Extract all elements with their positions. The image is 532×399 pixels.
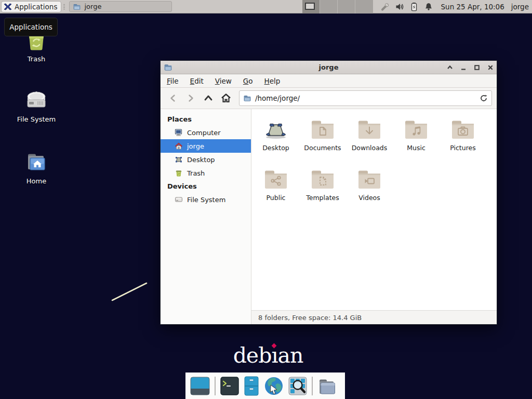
applications-menu-label: Applications	[15, 3, 57, 11]
terminal-launcher[interactable]	[220, 377, 239, 395]
battery-charging-tray-icon[interactable]	[409, 2, 419, 11]
location-bar[interactable]: /home/jorge/	[239, 90, 492, 106]
file-cabinet-launcher[interactable]	[244, 376, 259, 396]
sidebar-item-computer[interactable]: Computer	[161, 126, 251, 139]
workspace-3[interactable]	[338, 0, 355, 14]
desktop-icon-file-system[interactable]: File System	[5, 88, 68, 123]
home-button[interactable]	[218, 90, 234, 106]
applications-menu-button[interactable]: Applications	[1, 1, 61, 12]
applications-tooltip: Applications	[4, 18, 58, 36]
sidebar-item-label: jorge	[187, 142, 204, 150]
menu-file[interactable]: File	[167, 77, 179, 85]
videos-folder-icon	[357, 168, 382, 190]
volume-tray-icon[interactable]	[395, 2, 404, 11]
taskbar-grip[interactable]	[63, 2, 66, 11]
places-header: Places	[161, 113, 251, 126]
folder-label: Desktop	[262, 144, 289, 152]
sidebar-item-label: Trash	[187, 169, 205, 177]
desktop-icon-label: Home	[26, 177, 46, 185]
public-folder-icon	[263, 168, 288, 190]
downloads-folder-icon	[357, 118, 382, 140]
desktop-icon-label: File System	[17, 115, 56, 123]
taskbar-window-label: jorge	[84, 3, 101, 10]
folder-desktop[interactable]: Desktop	[252, 112, 299, 162]
statusbar: 8 folders, Free space: 14.4 GiB	[251, 310, 497, 324]
forward-button[interactable]	[183, 90, 198, 106]
folder-public[interactable]: Public	[252, 162, 299, 212]
sidebar-item-trash[interactable]: Trash	[161, 166, 251, 180]
hard-drive-icon	[24, 88, 48, 112]
notifications-bell-tray-icon[interactable]	[424, 2, 433, 11]
workspace-window-thumb	[305, 3, 315, 10]
close-button[interactable]	[487, 64, 494, 71]
home-icon	[175, 142, 183, 150]
folder-pictures[interactable]: Pictures	[440, 112, 486, 162]
xfce-logo-icon	[4, 3, 12, 11]
shade-button[interactable]	[447, 64, 453, 71]
statusbar-text: 8 folders, Free space: 14.4 GiB	[258, 314, 362, 322]
hard-drive-icon	[175, 195, 183, 204]
desktop-icon-home[interactable]: Home	[5, 150, 68, 185]
folder-label: Documents	[304, 144, 341, 152]
debian-logo-text: deb	[233, 343, 272, 368]
titlebar[interactable]: jorge	[161, 61, 497, 74]
folder-label: Music	[407, 144, 425, 152]
sidebar-item-jorge[interactable]: jorge	[161, 139, 251, 153]
folder-label: Public	[267, 194, 286, 202]
tooltip-label: Applications	[9, 23, 52, 31]
folder-videos[interactable]: Videos	[346, 162, 393, 212]
menu-view[interactable]: View	[215, 77, 232, 85]
trash-icon	[175, 169, 183, 177]
sidebar-item-file-system[interactable]: File System	[161, 193, 251, 206]
folder-templates[interactable]: Templates	[299, 162, 346, 212]
workspace-1[interactable]	[302, 0, 320, 14]
sidebar-item-desktop[interactable]: Desktop	[161, 153, 251, 166]
folder-documents[interactable]: Documents	[299, 112, 346, 162]
app-finder-launcher[interactable]	[288, 377, 307, 395]
folder-music[interactable]: Music	[393, 112, 440, 162]
folder-label: Downloads	[352, 144, 388, 152]
show-desktop-launcher[interactable]	[190, 377, 210, 395]
folder-icon	[73, 3, 81, 11]
path-folder-icon	[243, 94, 251, 102]
menu-edit[interactable]: Edit	[190, 77, 204, 85]
web-browser-launcher[interactable]	[264, 376, 284, 396]
music-folder-icon	[404, 118, 429, 140]
reload-button[interactable]	[480, 94, 488, 102]
dock-separator	[215, 377, 216, 395]
panel-clock[interactable]: Sun 25 Apr, 10:06	[441, 3, 504, 11]
documents-folder-icon	[310, 118, 335, 140]
maximize-button[interactable]	[474, 64, 480, 71]
sidebar-item-label: Computer	[187, 129, 221, 137]
taskbar-window-button[interactable]: jorge	[69, 1, 172, 12]
folder-label: Pictures	[450, 144, 476, 152]
pencil-cursor	[109, 280, 152, 304]
stylus-tray-icon[interactable]	[380, 2, 390, 11]
sidebar: Places Computer jorge Desktop Trash Devi…	[161, 109, 251, 324]
current-path[interactable]: /home/jorge/	[255, 94, 476, 102]
file-icon-view[interactable]: Desktop Documents	[251, 109, 497, 310]
workspace-4[interactable]	[355, 0, 373, 14]
devices-header: Devices	[161, 180, 251, 193]
up-button[interactable]	[201, 90, 216, 106]
folder-label: Templates	[306, 194, 339, 202]
top-panel: Applications jorge	[0, 0, 532, 14]
computer-icon	[175, 128, 183, 137]
back-button[interactable]	[165, 90, 181, 106]
menu-help[interactable]: Help	[264, 77, 281, 85]
folder-downloads[interactable]: Downloads	[346, 112, 393, 162]
dock-separator	[312, 377, 313, 395]
dock	[185, 373, 345, 399]
minimize-button[interactable]	[460, 64, 467, 71]
toolbar: /home/jorge/	[161, 88, 497, 109]
directory-launcher[interactable]	[317, 377, 338, 395]
templates-folder-icon	[310, 168, 335, 190]
workspace-switcher[interactable]	[302, 0, 373, 14]
panel-username[interactable]: jorge	[511, 3, 529, 11]
pictures-folder-icon	[450, 118, 475, 140]
desktop-special-icon	[263, 118, 288, 140]
window-folder-icon	[164, 63, 172, 72]
workspace-2[interactable]	[320, 0, 338, 14]
debian-logo: debıan	[219, 343, 317, 368]
menu-go[interactable]: Go	[243, 77, 253, 85]
